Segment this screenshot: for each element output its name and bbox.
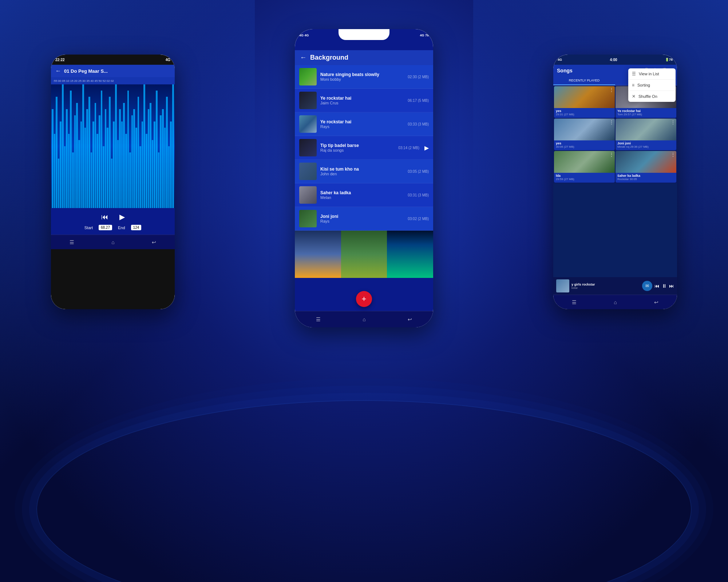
- video-dots[interactable]: ⋮: [609, 152, 614, 157]
- waveform-bar: [117, 140, 119, 208]
- song-item[interactable]: Saher ka ladka Melan 03:31 (3 MB): [295, 183, 433, 207]
- song-title: Ye rockstar hai: [320, 96, 404, 101]
- song-thumbnail: [299, 115, 317, 133]
- end-value[interactable]: 124: [131, 225, 142, 230]
- song-info: Kisi se tum kho na John den: [320, 167, 404, 176]
- left-title: 01 Do Peg Maar S...: [64, 68, 170, 74]
- timeline[interactable]: :55 00 05 10 15 20 25 30 35 40 45 50 52 …: [51, 77, 175, 84]
- song-artist: Melan: [320, 195, 404, 200]
- right-nav-back[interactable]: ↩: [654, 299, 658, 305]
- tab-recently-played[interactable]: RECENTLY PLAYED: [553, 76, 615, 85]
- waveform-bar: [96, 134, 98, 208]
- prev-button[interactable]: ⏮: [101, 213, 108, 221]
- video-dots[interactable]: ⋮: [671, 152, 675, 157]
- back-icon[interactable]: ←: [55, 68, 61, 74]
- email-icon[interactable]: ✉: [642, 281, 652, 291]
- song-meta: 03:31 (3 MB): [408, 193, 429, 197]
- center-nav-menu[interactable]: ☰: [316, 316, 321, 322]
- waveform-bar: [103, 146, 104, 208]
- left-header: ← 01 Do Peg Maar S...: [51, 65, 175, 77]
- video-info: yes 29:31 (27 MB): [554, 108, 615, 118]
- video-card[interactable]: ⋮ Saher ka ladka Rockstar 30:05: [616, 151, 676, 183]
- video-dots[interactable]: ⋮: [609, 120, 614, 125]
- video-sub: Minde roj 29:36 (27 MB): [617, 145, 674, 148]
- video-thumbnail: [616, 151, 676, 173]
- waveform-bar: [54, 134, 56, 208]
- waveform-area[interactable]: [51, 84, 175, 208]
- view-in-list-item[interactable]: ☰ View in List: [628, 68, 676, 80]
- waveform-bar: [158, 152, 160, 208]
- fab-button[interactable]: +: [356, 291, 372, 307]
- song-info: Ye rockstar hai Jaim Crus: [320, 96, 404, 105]
- song-meta: 06:17 (5 MB): [408, 99, 429, 103]
- waveform-bar: [123, 103, 125, 208]
- song-artist: Raj da songs: [320, 148, 395, 152]
- video-thumbnail: [554, 86, 615, 108]
- play-icon[interactable]: ▶: [424, 144, 429, 151]
- song-meta: 02:30 (2 MB): [408, 75, 429, 79]
- right-nav-home[interactable]: ⌂: [614, 299, 617, 305]
- left-nav-menu[interactable]: ☰: [70, 239, 74, 245]
- video-thumbnail: [616, 119, 676, 140]
- waveform-bar: [154, 121, 155, 208]
- start-label: Start: [84, 225, 93, 230]
- video-card[interactable]: ⋮ Joni joni Minde roj 29:36 (27 MB): [616, 119, 676, 150]
- center-nav-back[interactable]: ↩: [408, 316, 412, 322]
- video-card[interactable]: ⋮ yes 30:06 (27 MB): [554, 119, 615, 150]
- rbb-prev[interactable]: ⏮: [654, 283, 660, 289]
- right-bottom-bar: y girls rockstar kstar ✉ ⏮ ⏸ ⏭: [553, 277, 677, 295]
- video-card[interactable]: ⋮ lda 29:59 (27 MB): [554, 151, 615, 183]
- center-back-icon[interactable]: ←: [300, 54, 306, 61]
- rbb-thumbnail: [556, 279, 569, 292]
- waveform-bar: [162, 109, 164, 208]
- shuffle-icon: ✕: [632, 94, 636, 99]
- waveform-bar: [129, 152, 131, 208]
- shuffle-item[interactable]: ✕ Shuffle On: [628, 91, 676, 102]
- song-item[interactable]: Kisi se tum kho na John den 03:05 (2 MB): [295, 160, 433, 183]
- waveform-bar: [142, 121, 143, 208]
- song-item[interactable]: Tip tip badel barse Raj da songs 03:14 (…: [295, 136, 433, 160]
- song-item[interactable]: Nature singing beats slowlly Moni bobby …: [295, 65, 433, 89]
- video-dots[interactable]: ⋮: [671, 120, 675, 125]
- waveform-bar: [66, 109, 68, 208]
- waveform-bar: [76, 103, 78, 208]
- left-nav-home[interactable]: ⌂: [111, 239, 114, 245]
- video-info: Ye rockstar hai Tom 29:57 (27 MB): [616, 108, 676, 118]
- notch: [339, 29, 389, 40]
- rbb-title: y girls rockstar: [571, 283, 640, 286]
- video-sub: Tom 29:57 (27 MB): [617, 113, 674, 116]
- waveform-bar: [139, 146, 141, 208]
- video-info: Saher ka ladka Rockstar 30:05: [616, 173, 676, 183]
- waveform-bar: [91, 152, 92, 208]
- rbb-pause[interactable]: ⏸: [662, 283, 667, 289]
- right-nav-menu[interactable]: ☰: [572, 299, 577, 305]
- center-nav-home[interactable]: ⌂: [363, 316, 365, 322]
- song-item[interactable]: Ye rockstar hai Rays 03:33 (3 MB): [295, 112, 433, 136]
- video-info: yes 30:06 (27 MB): [554, 140, 615, 150]
- song-item[interactable]: Joni joni Rays 03:02 (2 MB): [295, 207, 433, 231]
- play-button[interactable]: ▶: [119, 212, 125, 221]
- waveform-bar: [121, 121, 123, 208]
- sorting-item[interactable]: ≡ Sorting: [628, 80, 676, 91]
- waveform-bar: [168, 146, 170, 208]
- right-phone: 4G 4:00 🔋78 Songs 🔍 ⏱ 🎬 ⋮ ☰ View in List…: [553, 55, 677, 309]
- waveform-bar: [101, 91, 103, 208]
- waveform-bar: [99, 115, 100, 208]
- left-nav-back[interactable]: ↩: [152, 239, 156, 245]
- song-list: Nature singing beats slowlly Moni bobby …: [295, 65, 433, 231]
- start-value[interactable]: 68.27: [99, 225, 112, 230]
- song-artist: Rays: [320, 219, 404, 223]
- video-card[interactable]: ⋮ yes 29:31 (27 MB): [554, 86, 615, 118]
- video-thumbnail: [554, 151, 615, 173]
- song-artist: Jaim Crus: [320, 101, 404, 105]
- tab-recently-label: RECENTLY PLAYED: [569, 79, 600, 82]
- song-item[interactable]: Ye rockstar hai Jaim Crus 06:17 (5 MB): [295, 89, 433, 112]
- waveform-bar: [82, 84, 84, 208]
- waveform-bar: [84, 128, 86, 208]
- rbb-sub: kstar: [571, 286, 640, 290]
- song-meta: 03:05 (2 MB): [408, 170, 429, 174]
- video-dots[interactable]: ⋮: [609, 87, 614, 92]
- rbb-next[interactable]: ⏭: [669, 283, 674, 289]
- waveform-bar: [78, 140, 80, 208]
- shuffle-label: Shuffle On: [638, 94, 657, 99]
